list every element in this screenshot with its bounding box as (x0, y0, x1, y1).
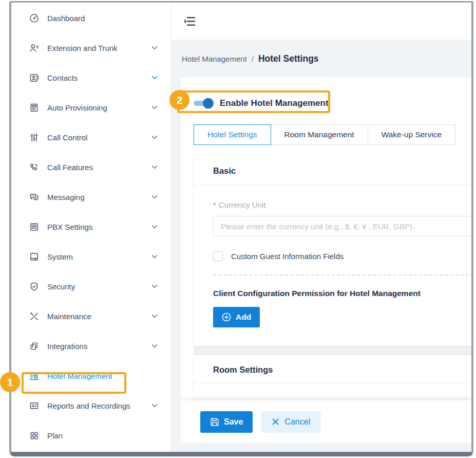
cancel-button-label: Cancel (284, 417, 310, 427)
breadcrumb: Hotel Management / Hotel Settings (172, 40, 471, 78)
security-shield-icon (28, 281, 40, 292)
page-title: Hotel Settings (258, 53, 319, 64)
maintenance-tools-icon (28, 310, 40, 322)
room-settings-card: Room Settings (194, 355, 471, 398)
sidebar-item-hotel-management[interactable]: Hotel Management (11, 361, 171, 391)
annotation-step-badge-1: 1 (0, 372, 20, 392)
enable-hotel-management-row: Enable Hotel Management (194, 92, 471, 115)
enable-hotel-management-toggle[interactable] (194, 101, 212, 106)
settings-tabs: Hotel Settings Room Management Wake-up S… (194, 124, 471, 145)
content-scroll-area: Enable Hotel Management Hotel Settings R… (181, 78, 471, 400)
save-button[interactable]: Save (200, 411, 253, 433)
chevron-down-icon[interactable] (151, 165, 158, 169)
sidebar-item-auto-provisioning[interactable]: Auto Provisioning (11, 93, 171, 122)
sidebar-item-dashboard[interactable]: Dashboard (11, 3, 171, 33)
app-window: Dashboard Extension and Trunk Contacts (9, 1, 473, 456)
circle-plus-icon (222, 313, 231, 322)
sidebar-item-label: Contacts (47, 74, 151, 82)
integrations-icon (28, 340, 40, 352)
sidebar-item-integrations[interactable]: Integrations (11, 331, 171, 361)
sidebar-item-call-features[interactable]: Call Features (11, 152, 171, 182)
chevron-down-icon[interactable] (151, 404, 158, 408)
sidebar-item-messaging[interactable]: Messaging (11, 182, 171, 212)
sidebar-item-reports-and-recordings[interactable]: Reports and Recordings (11, 391, 171, 420)
breadcrumb-parent-link[interactable]: Hotel Management (182, 54, 247, 63)
cancel-button[interactable]: Cancel (261, 411, 321, 433)
sidebar-item-label: Extension and Trunk (47, 44, 151, 52)
call-features-icon (28, 161, 40, 173)
basic-section-body: *Currency Unit Custom Guest Information … (194, 185, 471, 346)
dashed-divider (213, 274, 471, 276)
sidebar-item-plan[interactable]: Plan (11, 420, 171, 450)
sidebar-item-call-control[interactable]: Call Control (11, 122, 171, 152)
contacts-icon (28, 72, 40, 83)
sidebar-item-security[interactable]: Security (11, 271, 171, 301)
sidebar-item-system[interactable]: System (11, 242, 171, 271)
sidebar-item-label: Dashboard (47, 14, 158, 23)
chevron-down-icon[interactable] (151, 314, 158, 318)
collapse-menu-icon (183, 16, 196, 27)
annotation-step-badge-2: 2 (169, 90, 189, 110)
call-control-icon (28, 132, 40, 143)
tab-wake-up-service[interactable]: Wake-up Service (368, 124, 455, 145)
sidebar-item-maintenance[interactable]: Maintenance (11, 301, 171, 331)
main-area: Hotel Management / Hotel Settings Enable… (172, 3, 471, 452)
chevron-down-icon[interactable] (151, 105, 158, 109)
pbx-settings-icon (28, 221, 40, 232)
collapse-sidebar-button[interactable] (182, 14, 197, 28)
sidebar-item-label: Reports and Recordings (47, 401, 151, 410)
add-button-label: Add (236, 313, 251, 322)
currency-unit-label: *Currency Unit (213, 200, 471, 209)
chevron-down-icon[interactable] (151, 344, 158, 348)
custom-guest-fields-checkbox[interactable] (213, 251, 223, 261)
messaging-icon (28, 191, 40, 203)
sidebar-item-label: Auto Provisioning (47, 103, 151, 112)
extension-trunk-icon (28, 42, 40, 53)
tab-hotel-settings[interactable]: Hotel Settings (194, 124, 271, 145)
sidebar-item-label: Call Control (47, 133, 151, 142)
add-permission-button[interactable]: Add (213, 307, 260, 327)
section-title-room-settings: Room Settings (194, 355, 471, 384)
action-footer: Save Cancel (181, 400, 471, 443)
sidebar-item-extension-and-trunk[interactable]: Extension and Trunk (11, 33, 171, 63)
close-x-icon (272, 418, 279, 425)
chevron-down-icon[interactable] (151, 46, 158, 50)
sidebar-item-label: Hotel Management (47, 372, 158, 380)
sidebar-item-label: Messaging (47, 193, 151, 201)
auto-provisioning-icon (28, 102, 40, 113)
sidebar-item-label: PBX Settings (47, 223, 151, 231)
sidebar-item-label: Call Features (47, 163, 151, 172)
reports-recordings-icon (28, 400, 40, 411)
sidebar: Dashboard Extension and Trunk Contacts (11, 3, 172, 452)
toggle-label: Enable Hotel Management (220, 98, 329, 108)
top-bar (172, 3, 471, 40)
custom-guest-fields-row: Custom Guest Information Fields (213, 251, 471, 261)
screenshot-root: Dashboard Extension and Trunk Contacts (0, 0, 476, 458)
custom-guest-fields-label: Custom Guest Information Fields (231, 252, 344, 261)
required-asterisk: * (213, 200, 216, 209)
chevron-down-icon[interactable] (151, 195, 158, 199)
chevron-down-icon[interactable] (151, 225, 158, 229)
room-settings-body (194, 384, 471, 398)
system-icon (28, 251, 40, 262)
currency-unit-input[interactable] (213, 216, 471, 236)
chevron-down-icon[interactable] (151, 284, 158, 288)
form-cards: Basic *Currency Unit Custom Guest Inform… (194, 156, 471, 398)
basic-section-card: Basic *Currency Unit Custom Guest Inform… (194, 156, 471, 346)
save-floppy-icon (210, 417, 219, 427)
sidebar-item-label: Security (47, 282, 151, 291)
sidebar-item-pbx-settings[interactable]: PBX Settings (11, 212, 171, 242)
sidebar-item-contacts[interactable]: Contacts (11, 63, 171, 93)
sidebar-item-label: System (47, 252, 151, 261)
sidebar-item-label: Maintenance (47, 312, 151, 321)
content-panel: Enable Hotel Management Hotel Settings R… (181, 78, 471, 443)
sidebar-item-label: Integrations (47, 342, 151, 351)
chevron-down-icon[interactable] (151, 254, 158, 259)
sidebar-item-label: Plan (47, 431, 158, 440)
dashboard-icon (28, 12, 40, 24)
breadcrumb-separator: / (252, 54, 254, 63)
client-config-permission-label: Client Configuration Permission for Hote… (213, 289, 471, 298)
tab-room-management[interactable]: Room Management (271, 124, 368, 145)
chevron-down-icon[interactable] (151, 76, 158, 80)
chevron-down-icon[interactable] (151, 135, 158, 139)
